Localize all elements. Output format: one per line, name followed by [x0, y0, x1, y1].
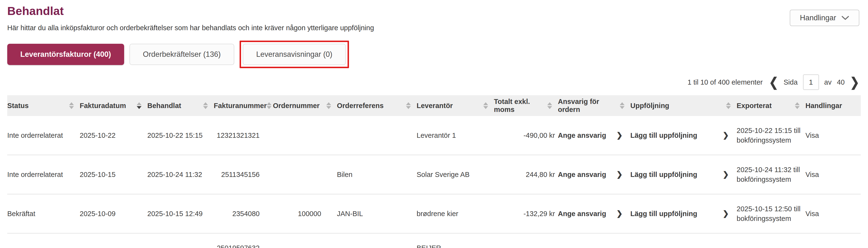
- cell-ansvarig[interactable]: Ange ansvarig ❯: [558, 194, 630, 233]
- sort-icon: [726, 102, 731, 109]
- cell-uppfoljning[interactable]: Lägg till uppföljning ❯: [630, 233, 737, 248]
- cell-exporterat: 2025-10-22 15:15 till bokföringssystem: [737, 116, 805, 155]
- sort-icon: [69, 102, 74, 109]
- tab-orderbekraftelser[interactable]: Orderbekräftelser (136): [129, 44, 234, 65]
- table-row: Inte orderrelaterat 2025-10-06 2025-10-2…: [7, 233, 861, 248]
- cell-leverantor: BEIJER BYGGMATERIAL AB: [416, 233, 494, 248]
- cell-ansvarig[interactable]: Ange ansvarig ❯: [558, 116, 630, 155]
- cell-fakturanummer: 12321321321: [214, 116, 273, 155]
- column-label: Fakturadatum: [80, 102, 126, 110]
- visa-link[interactable]: Visa: [805, 116, 861, 155]
- column-label: Handlingar: [805, 102, 842, 110]
- cell-ansvarig[interactable]: Ange ansvarig ❯: [558, 155, 630, 194]
- cell-status: Bekräftat: [7, 194, 80, 233]
- cell-fakturadatum: 2025-10-06: [80, 233, 147, 248]
- column-header-ansvarig[interactable]: Ansvarig för ordern: [558, 95, 630, 116]
- lagg-till-uppfoljning-button[interactable]: Lägg till uppföljning ❯: [630, 209, 732, 219]
- cell-fakturadatum: 2025-10-22: [80, 116, 147, 155]
- lagg-till-uppfoljning-button[interactable]: Lägg till uppföljning ❯: [630, 170, 732, 180]
- column-label: Ansvarig för ordern: [558, 98, 620, 114]
- column-label: Ordernummer: [273, 102, 319, 110]
- tab-leverantorsfakturor[interactable]: Leverantörsfakturor (400): [7, 44, 124, 65]
- red-highlight-annotation: Leveransavisningar (0): [240, 40, 349, 68]
- visa-link[interactable]: Visa: [805, 233, 861, 248]
- uppfoljning-label: Lägg till uppföljning: [630, 131, 697, 140]
- handlingar-dropdown-button[interactable]: Handlingar: [790, 10, 859, 26]
- sort-icon: [547, 102, 552, 109]
- page-header: Behandlat Här hittar du alla inköpsfaktu…: [7, 4, 861, 32]
- table-body: Inte orderrelaterat 2025-10-22 2025-10-2…: [7, 116, 861, 248]
- cell-uppfoljning[interactable]: Lägg till uppföljning ❯: [630, 194, 737, 233]
- cell-exporterat: 2025-10-15 12:50 till bokföringssystem: [737, 194, 805, 233]
- page-number-input[interactable]: [803, 75, 819, 90]
- next-page-icon[interactable]: ❯: [850, 76, 859, 89]
- cell-totalt: 754,47 kr: [494, 233, 558, 248]
- cell-totalt: -132,29 kr: [494, 194, 558, 233]
- table-row: Inte orderrelaterat 2025-10-15 2025-10-2…: [7, 155, 861, 194]
- ange-ansvarig-button[interactable]: Ange ansvarig ❯: [558, 209, 626, 219]
- ange-ansvarig-label: Ange ansvarig: [558, 209, 606, 219]
- cell-orderreferens: Bilen: [337, 155, 416, 194]
- column-label: Leverantör: [416, 102, 453, 110]
- ange-ansvarig-label: Ange ansvarig: [558, 170, 606, 180]
- column-header-orderreferens[interactable]: Orderreferens: [337, 95, 416, 116]
- of-label: av: [824, 78, 832, 86]
- cell-fakturanummer: 2354080: [214, 194, 273, 233]
- table-header: Status Fakturadatum Behandlat Fakturanum…: [7, 95, 861, 116]
- lagg-till-uppfoljning-button[interactable]: Lägg till uppföljning ❯: [630, 131, 732, 140]
- cell-uppfoljning[interactable]: Lägg till uppföljning ❯: [630, 116, 737, 155]
- cell-behandlat: 2025-10-15 12:49: [147, 194, 214, 233]
- cell-status: Inte orderrelaterat: [7, 116, 80, 155]
- previous-page-icon[interactable]: ❮: [769, 76, 778, 89]
- cell-fakturadatum: 2025-10-15: [80, 155, 147, 194]
- page-subtitle: Här hittar du alla inköpsfakturor och or…: [7, 24, 374, 32]
- column-label: Status: [7, 102, 29, 110]
- column-header-fakturadatum[interactable]: Fakturadatum: [80, 95, 147, 116]
- column-label: Uppföljning: [630, 102, 669, 110]
- behandlat-page: Behandlat Här hittar du alla inköpsfaktu…: [0, 0, 868, 248]
- total-pages: 40: [837, 78, 844, 86]
- ange-ansvarig-label: Ange ansvarig: [558, 131, 606, 140]
- cell-orderreferens: .: [337, 233, 416, 248]
- column-header-status[interactable]: Status: [7, 95, 80, 116]
- cell-orderreferens: [337, 116, 416, 155]
- cell-totalt: 244,80 kr: [494, 155, 558, 194]
- page-input-label: Sida: [784, 78, 798, 86]
- page-header-text: Behandlat Här hittar du alla inköpsfaktu…: [7, 4, 374, 32]
- cell-uppfoljning[interactable]: Lägg till uppföljning ❯: [630, 155, 737, 194]
- cell-leverantor: brødrene kier: [416, 194, 494, 233]
- cell-ordernummer: 100000: [273, 194, 337, 233]
- cell-leverantor: Leverantör 1: [416, 116, 494, 155]
- chevron-right-icon: ❯: [616, 209, 626, 219]
- chevron-right-icon: ❯: [723, 131, 732, 140]
- column-label: Fakturanummer: [214, 102, 267, 110]
- table-row: Bekräftat 2025-10-09 2025-10-15 12:49 23…: [7, 194, 861, 233]
- column-header-leverantor[interactable]: Leverantör: [416, 95, 494, 116]
- column-header-uppfoljning[interactable]: Uppföljning: [630, 95, 737, 116]
- cell-ordernummer: [273, 116, 337, 155]
- cell-status: Inte orderrelaterat: [7, 233, 80, 248]
- visa-link[interactable]: Visa: [805, 155, 861, 194]
- ange-ansvarig-button[interactable]: Ange ansvarig ❯: [558, 131, 626, 140]
- sort-icon: [795, 102, 800, 109]
- column-header-ordernummer[interactable]: Ordernummer: [273, 95, 337, 116]
- ange-ansvarig-button[interactable]: Ange ansvarig ❯: [558, 170, 626, 180]
- cell-leverantor: Solar Sverige AB: [416, 155, 494, 194]
- cell-behandlat: 2025-10-24 11:32: [147, 155, 214, 194]
- cell-exporterat: [737, 233, 805, 248]
- cell-orderreferens: JAN-BIL: [337, 194, 416, 233]
- tab-leveransavisningar[interactable]: Leveransavisningar (0): [243, 44, 346, 65]
- column-header-exporterat[interactable]: Exporterat: [737, 95, 805, 116]
- sort-icon: [267, 102, 272, 109]
- visa-link[interactable]: Visa: [805, 194, 861, 233]
- chevron-right-icon: ❯: [616, 131, 626, 140]
- cell-ansvarig[interactable]: Ange ansvarig ❯: [558, 233, 630, 248]
- column-header-behandlat[interactable]: Behandlat: [147, 95, 214, 116]
- sort-icon: [620, 102, 625, 109]
- chevron-down-icon: [841, 16, 849, 20]
- column-label: Behandlat: [147, 102, 181, 110]
- cell-behandlat: 2025-10-23 09:11: [147, 233, 214, 248]
- uppfoljning-label: Lägg till uppföljning: [630, 209, 697, 219]
- column-header-totalt[interactable]: Totalt exkl. moms: [494, 95, 558, 116]
- column-header-fakturanummer[interactable]: Fakturanummer: [214, 95, 273, 116]
